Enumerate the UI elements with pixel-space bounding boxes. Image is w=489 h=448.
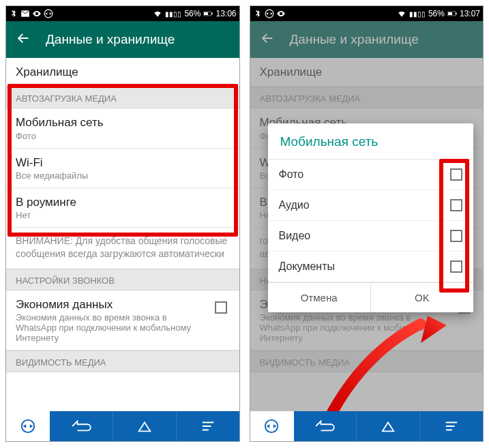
status-bar: ▮▮▯▯ 56% 13:07 — [250, 6, 484, 21]
nav-bar — [250, 411, 484, 441]
storage-item: Хранилище — [250, 58, 484, 87]
nav-back[interactable] — [294, 411, 357, 441]
dialog-option-documents[interactable]: Документы — [268, 252, 474, 282]
eye-icon — [276, 9, 286, 18]
data-saver-item[interactable]: Экономия данных Экономия данных во время… — [6, 290, 239, 350]
eye-icon — [32, 9, 42, 18]
autodownload-header: АВТОЗАГРУЗКА МЕДИА — [250, 87, 484, 108]
action-bar: Данные и хранилище — [250, 21, 484, 58]
phone-right: ▮▮▯▯ 56% 13:07 Данные и хранилище Хранил… — [250, 5, 484, 442]
dialog-option-audio[interactable]: Аудио — [268, 190, 474, 221]
back-icon[interactable] — [16, 31, 31, 49]
nav-back[interactable] — [50, 411, 113, 441]
roaming-item[interactable]: В роуминге Нет — [6, 188, 239, 228]
nav-recent[interactable] — [177, 411, 239, 441]
autodownload-header: АВТОЗАГРУЗКА МЕДИА — [6, 87, 239, 108]
signal-icon: ▮▮▯▯ — [165, 10, 181, 18]
signal-icon: ▮▮▯▯ — [409, 10, 426, 18]
storage-title: Хранилище — [16, 65, 230, 79]
dialog-option-video[interactable]: Видео — [268, 221, 474, 252]
data-saver-checkbox[interactable] — [215, 301, 227, 314]
battery-pct: 56% — [184, 9, 201, 18]
wifi-icon — [153, 9, 162, 18]
nav-teamviewer[interactable] — [250, 411, 294, 441]
nav-recent[interactable] — [420, 411, 483, 441]
bluetooth-icon — [9, 9, 18, 18]
data-saver-sub: Экономия данных во время звонка в WhatsA… — [16, 312, 209, 343]
svg-rect-3 — [204, 12, 208, 15]
mobile-data-item[interactable]: Мобильная сеть Фото — [6, 108, 239, 148]
data-saver-title: Экономия данных — [16, 297, 209, 312]
wifi-item[interactable]: Wi-Fi Все медиафайлы — [6, 149, 239, 188]
nav-home[interactable] — [357, 411, 420, 441]
roaming-title: В роуминге — [16, 195, 230, 209]
roaming-sub: Нет — [16, 210, 230, 220]
media-visibility-header: ВИДИМОСТЬ МЕДИА — [6, 350, 239, 372]
audio-checkbox[interactable] — [450, 199, 462, 211]
mobile-sub: Фото — [16, 131, 230, 141]
dialog-option-photo[interactable]: Фото — [268, 160, 474, 190]
bluetooth-icon — [253, 9, 263, 18]
cancel-button[interactable]: Отмена — [268, 283, 371, 312]
documents-checkbox[interactable] — [450, 260, 462, 273]
action-bar: Данные и хранилище — [6, 21, 239, 58]
video-checkbox[interactable] — [450, 230, 462, 242]
teamviewer-icon — [44, 9, 53, 18]
battery-icon — [447, 9, 457, 18]
storage-item[interactable]: Хранилище — [6, 58, 239, 87]
svg-rect-7 — [456, 13, 457, 15]
nav-home[interactable] — [113, 411, 177, 441]
dialog-title: Мобильная сеть — [268, 123, 474, 160]
mobile-title: Мобильная сеть — [16, 115, 230, 130]
dialog-buttons: Отмена OK — [268, 282, 474, 312]
media-visibility-header: ВИДИМОСТЬ МЕДИА — [250, 350, 484, 372]
status-time: 13:07 — [460, 9, 480, 18]
phone-left: ▮▮▯▯ 56% 13:06 Данные и хранилище Хранил… — [5, 5, 240, 442]
teamviewer-icon — [265, 9, 274, 18]
nav-teamviewer[interactable] — [6, 411, 50, 441]
svg-rect-8 — [448, 12, 452, 15]
settings-content: Хранилище АВТОЗАГРУЗКА МЕДИА Мобильная с… — [6, 58, 239, 411]
page-title: Данные и хранилище — [46, 32, 175, 47]
wifi-title: Wi-Fi — [16, 155, 230, 170]
status-bar: ▮▮▯▯ 56% 13:06 — [6, 6, 239, 21]
wifi-sub: Все медиафайлы — [16, 170, 230, 181]
status-time: 13:06 — [216, 9, 236, 18]
battery-icon — [203, 9, 213, 18]
wifi-icon — [397, 9, 406, 18]
voice-note: ВНИМАНИЕ: Для удобства общения голосовые… — [6, 228, 239, 269]
nav-bar — [6, 411, 239, 441]
mobile-data-dialog: Мобильная сеть Фото Аудио Видео Документ… — [268, 123, 474, 312]
svg-rect-2 — [211, 13, 213, 15]
mail-icon — [20, 9, 30, 18]
settings-content: Хранилище АВТОЗАГРУЗКА МЕДИА Мобильная с… — [250, 58, 484, 411]
photo-checkbox[interactable] — [450, 168, 462, 181]
calls-header: НАСТРОЙКИ ЗВОНКОВ — [6, 269, 239, 290]
battery-pct: 56% — [428, 9, 445, 18]
ok-button[interactable]: OK — [371, 283, 473, 312]
